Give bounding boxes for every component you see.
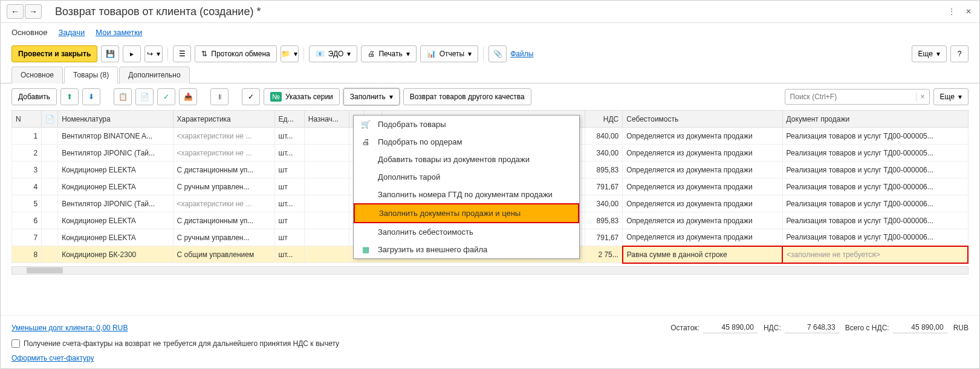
copy-button[interactable]: 📋 bbox=[114, 88, 132, 105]
menu-pick-goods[interactable]: 🛒Подобрать товары bbox=[354, 116, 579, 133]
chart-icon: 📊 bbox=[427, 50, 436, 58]
fill-menu: 🛒Подобрать товары 🖨Подобрать по ордерам … bbox=[353, 115, 580, 259]
invoice-checkbox[interactable]: Получение счета-фактуры на возврат не тр… bbox=[11, 339, 339, 348]
col-purpose[interactable]: Назнач... bbox=[304, 111, 349, 128]
menu-fill-gtd[interactable]: Заполнить номера ГТД по документам прода… bbox=[354, 186, 579, 203]
fill-button[interactable]: Заполнить ▾ bbox=[343, 88, 400, 105]
tab-goods[interactable]: Товары (8) bbox=[64, 67, 118, 83]
excel-icon: ▦ bbox=[361, 245, 371, 255]
paste-button[interactable]: 📄 bbox=[135, 88, 154, 105]
search-input[interactable]: × bbox=[785, 89, 930, 105]
currency: RUB bbox=[953, 324, 969, 332]
col-nds[interactable]: НДС bbox=[585, 111, 623, 128]
balance-value: 45 890,00 bbox=[703, 322, 758, 333]
post-icon: ▸ bbox=[130, 50, 134, 58]
total-value: 45 890,00 bbox=[893, 322, 947, 333]
menu-add-from-sales[interactable]: Добавить товары из документов продажи bbox=[354, 151, 579, 168]
nav-tasks[interactable]: Задачи bbox=[59, 28, 85, 37]
series-button[interactable]: №Указать серии bbox=[264, 88, 340, 105]
nds-label: НДС: bbox=[764, 324, 781, 332]
barcode-button[interactable]: ⫴ bbox=[210, 88, 229, 105]
files-link[interactable]: Файлы bbox=[510, 50, 533, 58]
nr-icon: № bbox=[270, 92, 282, 102]
save-button[interactable]: 💾 bbox=[101, 45, 119, 62]
protocol-button[interactable]: ⇅Протокол обмена bbox=[195, 45, 276, 62]
import-icon: 📥 bbox=[184, 93, 193, 101]
col-unit[interactable]: Ед... bbox=[274, 111, 304, 128]
create-based-button[interactable]: ↪ ▾ bbox=[144, 45, 163, 62]
col-char[interactable]: Характеристика bbox=[173, 111, 274, 128]
col-cost[interactable]: Себестоимость bbox=[623, 111, 782, 128]
menu-load-ext[interactable]: ▦Загрузить из внешнего файла bbox=[354, 241, 579, 258]
col-nom[interactable]: Номенклатура bbox=[58, 111, 173, 128]
post-close-button[interactable]: Провести и закрыть bbox=[11, 45, 97, 62]
forward-button[interactable]: → bbox=[25, 4, 42, 19]
help-button[interactable]: ? bbox=[950, 45, 969, 62]
menu-add-tare[interactable]: Дополнить тарой bbox=[354, 168, 579, 186]
up-icon: ⬆ bbox=[67, 93, 73, 101]
add-button[interactable]: Добавить bbox=[11, 88, 57, 105]
check-button[interactable]: ✓ bbox=[242, 88, 260, 105]
folder-icon: 📁 bbox=[281, 50, 290, 58]
menu-fill-cost[interactable]: Заполнить себестоимость bbox=[354, 223, 579, 241]
more-button[interactable]: Еще ▾ bbox=[912, 45, 947, 62]
h-scrollbar[interactable] bbox=[11, 266, 969, 275]
save-icon: 💾 bbox=[106, 50, 115, 58]
edo-button[interactable]: 📧ЭДО ▾ bbox=[309, 45, 358, 62]
folder-button[interactable]: 📁 ▾ bbox=[281, 45, 299, 62]
clear-icon[interactable]: × bbox=[916, 93, 929, 101]
nav-main[interactable]: Основное bbox=[11, 28, 48, 37]
tbl-more-button[interactable]: Еще ▾ bbox=[933, 88, 969, 105]
printer-icon: 🖨 bbox=[361, 137, 371, 147]
close-icon[interactable]: ✕ bbox=[964, 7, 973, 16]
down-icon: ⬇ bbox=[88, 93, 94, 101]
tab-extra[interactable]: Дополнительно bbox=[119, 67, 189, 83]
nds-value: 7 648,33 bbox=[785, 322, 839, 333]
import-button[interactable]: 📥 bbox=[179, 88, 197, 105]
col-n[interactable]: N bbox=[12, 111, 42, 128]
print-button[interactable]: 🖨Печать ▾ bbox=[361, 45, 416, 62]
menu-fill-sales-prices[interactable]: Заполнить документы продажи и цены bbox=[354, 203, 579, 223]
exchange-icon: ⇅ bbox=[201, 50, 207, 58]
move-down-button[interactable]: ⬇ bbox=[82, 88, 100, 105]
arrow-icon: ↪ bbox=[147, 50, 153, 58]
post-button[interactable]: ▸ bbox=[123, 45, 141, 62]
kebab-icon[interactable]: ⋮ bbox=[947, 7, 956, 16]
basket-icon: 🛒 bbox=[361, 120, 371, 129]
total-label: Всего с НДС: bbox=[845, 324, 889, 332]
edo-icon: 📧 bbox=[316, 50, 325, 58]
check-icon: ✓ bbox=[248, 93, 254, 101]
page-title: Возврат товаров от клиента (создание) * bbox=[55, 5, 947, 18]
share-button[interactable]: ✓ bbox=[157, 88, 175, 105]
other-quality-button[interactable]: Возврат товаров другого качества bbox=[403, 88, 531, 105]
barcode-icon: ⫴ bbox=[218, 93, 221, 101]
debt-link[interactable]: Уменьшен долг клиента: 0,00 RUB bbox=[11, 324, 128, 332]
paste-icon: 📄 bbox=[140, 93, 149, 101]
attach-button[interactable]: 📎 bbox=[488, 45, 507, 62]
list-button[interactable]: ☰ bbox=[173, 45, 191, 62]
move-up-button[interactable]: ⬆ bbox=[60, 88, 79, 105]
balance-label: Остаток: bbox=[670, 324, 699, 332]
col-doc[interactable]: Документ продажи bbox=[782, 111, 968, 128]
list-icon: ☰ bbox=[179, 50, 186, 58]
back-button[interactable]: ← bbox=[7, 4, 24, 19]
menu-pick-orders[interactable]: 🖨Подобрать по ордерам bbox=[354, 133, 579, 151]
tab-main[interactable]: Основное bbox=[11, 67, 63, 83]
copy-icon: 📋 bbox=[118, 93, 128, 101]
col-flag-icon[interactable]: 📄 bbox=[42, 111, 58, 128]
share-icon: ✓ bbox=[163, 93, 169, 101]
print-icon: 🖨 bbox=[368, 50, 375, 58]
clip-icon: 📎 bbox=[493, 50, 502, 58]
invoice-link[interactable]: Оформить счет-фактуру bbox=[11, 354, 94, 362]
nav-notes[interactable]: Мои заметки bbox=[96, 28, 142, 37]
reports-button[interactable]: 📊Отчеты ▾ bbox=[420, 45, 478, 62]
